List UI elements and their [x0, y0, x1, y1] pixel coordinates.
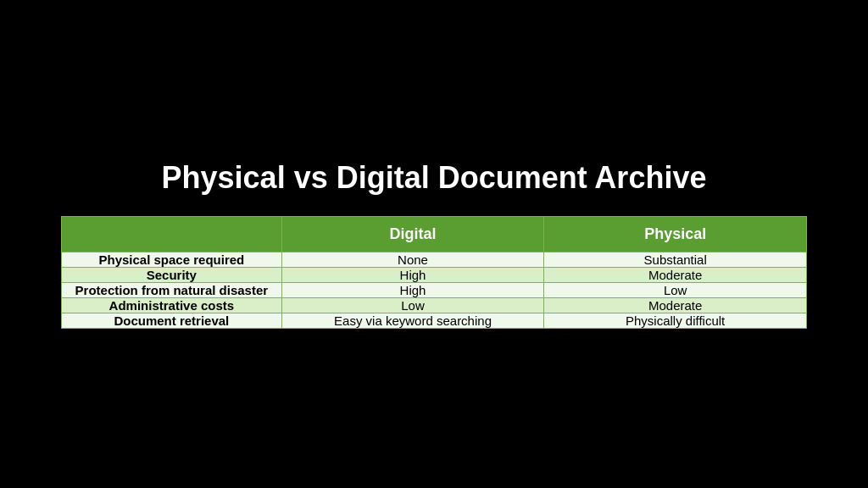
row-physical-1: Moderate: [544, 267, 807, 282]
table-row: Physical space requiredNoneSubstantial: [62, 252, 807, 267]
table-row: Administrative costsLowModerate: [62, 297, 807, 313]
row-label-4: Document retrieval: [62, 313, 282, 328]
table-row: Protection from natural disasterHighLow: [62, 282, 807, 297]
page-title: Physical vs Digital Document Archive: [162, 160, 707, 196]
header-digital: Digital: [281, 216, 544, 252]
row-digital-0: None: [281, 252, 544, 267]
row-label-2: Protection from natural disaster: [62, 282, 282, 297]
row-label-1: Security: [62, 267, 282, 282]
comparison-table: Digital Physical Physical space required…: [61, 216, 807, 329]
row-physical-0: Substantial: [544, 252, 807, 267]
row-physical-4: Physically difficult: [544, 313, 807, 328]
row-digital-1: High: [281, 267, 544, 282]
row-label-3: Administrative costs: [62, 297, 282, 313]
table-row: SecurityHighModerate: [62, 267, 807, 282]
row-physical-2: Low: [544, 282, 807, 297]
row-label-0: Physical space required: [62, 252, 282, 267]
row-digital-4: Easy via keyword searching: [281, 313, 544, 328]
row-digital-3: Low: [281, 297, 544, 313]
row-digital-2: High: [281, 282, 544, 297]
header-physical: Physical: [544, 216, 807, 252]
row-physical-3: Moderate: [544, 297, 807, 313]
header-empty: [62, 216, 282, 252]
table-row: Document retrievalEasy via keyword searc…: [62, 313, 807, 328]
